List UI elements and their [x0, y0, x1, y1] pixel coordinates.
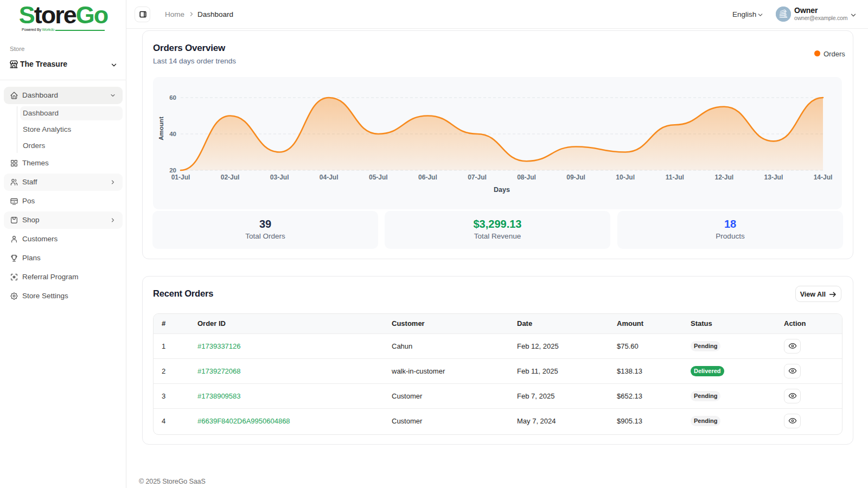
- svg-text:02-Jul: 02-Jul: [221, 174, 240, 181]
- svg-text:04-Jul: 04-Jul: [320, 174, 339, 181]
- svg-text:09-Jul: 09-Jul: [566, 174, 585, 181]
- svg-text:20: 20: [169, 167, 176, 174]
- svg-text:14-Jul: 14-Jul: [814, 174, 833, 181]
- svg-text:05-Jul: 05-Jul: [369, 174, 388, 181]
- svg-text:Amount: Amount: [158, 117, 164, 140]
- svg-text:07-Jul: 07-Jul: [468, 174, 487, 181]
- svg-text:40: 40: [169, 131, 176, 137]
- svg-text:06-Jul: 06-Jul: [418, 174, 437, 181]
- svg-text:03-Jul: 03-Jul: [270, 174, 289, 181]
- svg-text:01-Jul: 01-Jul: [171, 174, 190, 181]
- svg-text:10-Jul: 10-Jul: [616, 174, 635, 181]
- svg-text:Days: Days: [494, 186, 510, 194]
- svg-text:13-Jul: 13-Jul: [764, 174, 783, 181]
- svg-text:12-Jul: 12-Jul: [714, 174, 733, 181]
- svg-text:60: 60: [169, 94, 176, 101]
- svg-text:11-Jul: 11-Jul: [666, 174, 684, 181]
- svg-text:08-Jul: 08-Jul: [517, 174, 536, 181]
